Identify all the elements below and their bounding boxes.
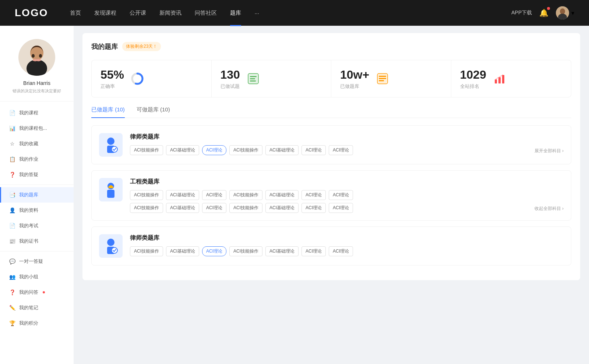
page-header: 我的题库 体验剩余23天！ <box>91 42 571 51</box>
tag[interactable]: ACI技能操作 <box>229 203 262 213</box>
sidebar-item-homework[interactable]: 📋 我的作业 <box>0 151 74 167</box>
svg-rect-29 <box>109 187 113 188</box>
notification-bell[interactable]: 🔔 <box>539 8 549 17</box>
sidebar-item-myqa[interactable]: ❓ 我的问答 <box>0 285 74 300</box>
sidebar-item-profile[interactable]: 👤 我的资料 <box>0 203 74 218</box>
nav-discover[interactable]: 发现课程 <box>94 10 116 17</box>
avatar-image <box>556 6 569 19</box>
tag[interactable]: ACI技能操作 <box>130 203 163 213</box>
tag[interactable]: ACI技能操作 <box>130 190 163 200</box>
tag-active[interactable]: ACI理论 <box>202 246 226 256</box>
stats-row: 55% 正确率 130 已做试题 <box>91 60 571 97</box>
tag[interactable]: ACI基础理论 <box>166 203 199 213</box>
sidebar-item-qa-mine[interactable]: ❓ 我的答疑 <box>0 167 74 182</box>
tag-active[interactable]: ACI理论 <box>202 145 226 155</box>
avatar <box>556 6 569 19</box>
stat-accuracy-label: 正确率 <box>100 83 124 90</box>
sidebar-item-label: 我的题库 <box>19 192 38 198</box>
notes-icon: ✏️ <box>9 305 15 311</box>
qbank-tags-3: ACI技能操作 ACI基础理论 ACI理论 ACI技能操作 ACI基础理论 AC… <box>130 246 564 256</box>
header: LOGO 首页 发现课程 公开课 新闻资讯 问答社区 题库 ··· APP下载 … <box>0 0 589 26</box>
profile-name: Brian Harris <box>23 80 50 86</box>
sidebar-item-label: 我的课程 <box>19 110 38 116</box>
tag[interactable]: ACI技能操作 <box>130 145 163 155</box>
tag[interactable]: ACI理论 <box>329 145 353 155</box>
sidebar-item-group[interactable]: 👥 我的小组 <box>0 269 74 285</box>
stat-rank-value: 1029 <box>460 68 486 82</box>
tag[interactable]: ACI基础理论 <box>265 145 299 155</box>
tag[interactable]: ACI基础理论 <box>166 145 199 155</box>
nav-more[interactable]: ··· <box>254 10 259 16</box>
tag[interactable]: ACI理论 <box>301 145 326 155</box>
tag[interactable]: ACI理论 <box>202 203 226 213</box>
tag[interactable]: ACI理论 <box>301 190 326 200</box>
tag[interactable]: ACI基础理论 <box>166 246 199 256</box>
tag[interactable]: ACI理论 <box>329 246 353 256</box>
my-courses-icon: 📄 <box>9 110 15 116</box>
main-wrapper: Brian Harris 错误的决定比没有决定要好 📄 我的课程 📊 我的课程包… <box>0 26 589 364</box>
sidebar-item-points[interactable]: 🏆 我的积分 <box>0 315 74 331</box>
nav-news[interactable]: 新闻资讯 <box>159 10 181 17</box>
nav-opencourse[interactable]: 公开课 <box>130 10 146 17</box>
logo: LOGO <box>15 7 48 19</box>
tab-available[interactable]: 可做题库 (10) <box>137 106 170 118</box>
nav-qa[interactable]: 问答社区 <box>195 10 217 17</box>
bar-chart-icon <box>493 72 506 85</box>
stat-accuracy-icon <box>130 71 145 86</box>
qbank-content-2: 工程类题库 ACI技能操作 ACI基础理论 ACI理论 ACI技能操作 ACI基… <box>130 178 564 213</box>
tag[interactable]: ACI技能操作 <box>229 145 262 155</box>
sidebar-item-1on1[interactable]: 💬 一对一答疑 <box>0 254 74 269</box>
sidebar-item-course-package[interactable]: 📊 我的课程包... <box>0 121 74 136</box>
collapse-link-2[interactable]: 收起全部科目 › <box>535 204 564 212</box>
sidebar-item-notes[interactable]: ✏️ 我的笔记 <box>0 300 74 315</box>
profile-avatar <box>18 39 55 76</box>
points-icon: 🏆 <box>9 320 15 326</box>
svg-rect-13 <box>250 76 257 77</box>
tag[interactable]: ACI理论 <box>301 246 326 256</box>
tag[interactable]: ACI技能操作 <box>229 246 262 256</box>
tab-done[interactable]: 已做题库 (10) <box>91 106 125 118</box>
qbank-item-2: 工程类题库 ACI技能操作 ACI基础理论 ACI理论 ACI技能操作 ACI基… <box>91 170 571 221</box>
sidebar-item-my-courses[interactable]: 📄 我的课程 <box>0 105 74 121</box>
stat-accuracy-text: 55% 正确率 <box>100 68 124 90</box>
course-package-icon: 📊 <box>9 125 15 131</box>
svg-rect-28 <box>107 190 114 198</box>
tag[interactable]: ACI基础理论 <box>265 246 299 256</box>
expand-link-1[interactable]: 展开全部科目 › <box>535 146 564 154</box>
sidebar-item-exam[interactable]: 📄 我的考试 <box>0 218 74 233</box>
sidebar-item-qbank[interactable]: 📑 我的题库 <box>0 187 74 203</box>
tag[interactable]: ACI技能操作 <box>229 190 262 200</box>
qbank-tags-1: ACI技能操作 ACI基础理论 ACI理论 ACI技能操作 ACI基础理论 AC… <box>130 145 564 155</box>
stat-accuracy-value: 55% <box>100 68 124 82</box>
page-card: 我的题库 体验剩余23天！ 55% 正确率 <box>82 33 580 280</box>
sidebar-item-certificate[interactable]: 📰 我的证书 <box>0 233 74 249</box>
app-download-link[interactable]: APP下载 <box>511 10 532 16</box>
tag[interactable]: ACI基础理论 <box>265 190 299 200</box>
exam-icon: 📄 <box>9 223 15 229</box>
nav-home[interactable]: 首页 <box>70 10 81 17</box>
tag[interactable]: ACI理论 <box>202 190 226 200</box>
svg-point-10 <box>134 75 141 82</box>
unread-dot <box>43 291 45 293</box>
sidebar-item-favorites[interactable]: ☆ 我的收藏 <box>0 136 74 151</box>
user-avatar-menu[interactable]: ▾ <box>556 6 574 19</box>
qbank-title-1: 律师类题库 <box>130 133 564 141</box>
tag[interactable]: ACI基础理论 <box>166 190 199 200</box>
qbank-tags-2a: ACI技能操作 ACI基础理论 ACI理论 ACI技能操作 ACI基础理论 AC… <box>130 190 564 200</box>
sidebar-menu: 📄 我的课程 📊 我的课程包... ☆ 我的收藏 📋 我的作业 ❓ 我的答疑 � <box>0 105 74 331</box>
main-nav: 首页 发现课程 公开课 新闻资讯 问答社区 题库 ··· <box>70 10 511 17</box>
stat-bank: 10w+ 已做题库 <box>331 60 451 97</box>
nav-qbank[interactable]: 题库 <box>230 10 241 17</box>
tag[interactable]: ACI基础理论 <box>265 203 299 213</box>
stat-questions-text: 130 已做试题 <box>221 68 240 90</box>
qbank-title-2: 工程类题库 <box>130 178 564 186</box>
qbank-title-3: 律师类题库 <box>130 234 564 242</box>
profile-avatar-image <box>18 39 55 76</box>
sidebar-item-label: 我的小组 <box>19 274 38 280</box>
tag[interactable]: ACI技能操作 <box>130 246 163 256</box>
qbank-icon-engineer <box>99 178 123 201</box>
tag[interactable]: ACI理论 <box>329 190 353 200</box>
tag[interactable]: ACI理论 <box>301 203 326 213</box>
stat-bank-text: 10w+ 已做题库 <box>340 68 369 90</box>
tag[interactable]: ACI理论 <box>329 203 353 213</box>
